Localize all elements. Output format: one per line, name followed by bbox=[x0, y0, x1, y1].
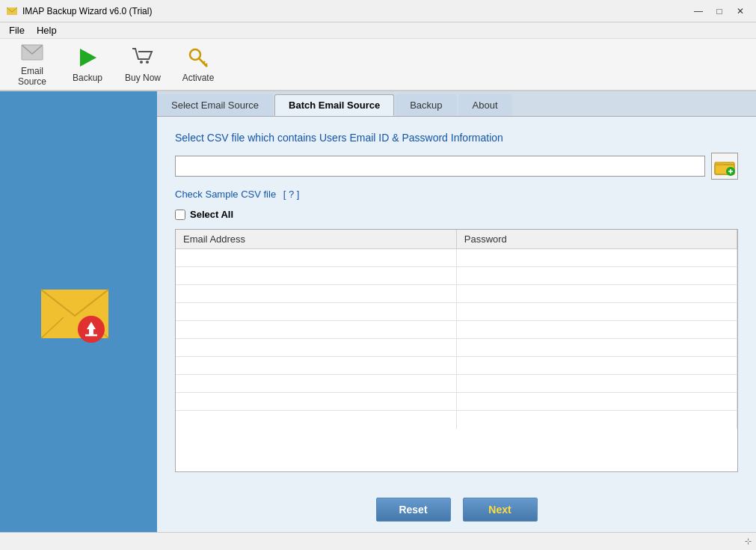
help-link[interactable]: [ ? ] bbox=[283, 189, 300, 200]
file-input-row bbox=[175, 153, 738, 180]
toolbar-buy-now-label: Buy Now bbox=[125, 73, 161, 83]
toolbar-email-source-label: Email Source bbox=[9, 66, 55, 87]
cell-password bbox=[456, 303, 737, 321]
cell-password bbox=[456, 249, 737, 267]
cell-email bbox=[176, 375, 456, 393]
table-row bbox=[176, 321, 737, 339]
footer-area: Reset Next bbox=[157, 487, 756, 532]
cell-password bbox=[456, 321, 737, 339]
menu-file[interactable]: File bbox=[3, 23, 31, 37]
menu-help[interactable]: Help bbox=[31, 23, 63, 37]
table-row bbox=[176, 357, 737, 375]
svg-point-6 bbox=[190, 49, 200, 60]
cell-email bbox=[176, 267, 456, 285]
table-row bbox=[176, 267, 737, 285]
cell-email bbox=[176, 357, 456, 375]
main-container: Select Email Source Batch Email Source B… bbox=[0, 91, 756, 532]
toolbar-backup-button[interactable]: Backup bbox=[61, 42, 114, 87]
folder-add-icon bbox=[714, 156, 735, 176]
col-password: Password bbox=[456, 230, 737, 249]
toolbar-activate-button[interactable]: Activate bbox=[172, 42, 224, 87]
tab-batch-email-source[interactable]: Batch Email Source bbox=[274, 94, 394, 116]
csv-file-input[interactable] bbox=[175, 156, 705, 177]
cell-email bbox=[176, 339, 456, 357]
cell-password bbox=[456, 393, 737, 411]
table-row bbox=[176, 249, 737, 267]
table-row bbox=[176, 375, 737, 393]
toolbar-backup-label: Backup bbox=[73, 73, 102, 83]
table-row bbox=[176, 411, 737, 429]
svg-point-5 bbox=[146, 61, 149, 64]
close-button[interactable]: ✕ bbox=[731, 4, 750, 19]
cell-password bbox=[456, 285, 737, 303]
table-row bbox=[176, 339, 737, 357]
table-row bbox=[176, 393, 737, 411]
data-table: Email Address Password bbox=[175, 229, 738, 472]
toolbar-email-source-button[interactable]: Email Source bbox=[6, 42, 58, 87]
maximize-button[interactable]: □ bbox=[710, 4, 729, 19]
window-title: IMAP Backup Wizard v6.0 (Trial) bbox=[22, 6, 152, 16]
tab-about[interactable]: About bbox=[458, 94, 512, 116]
toolbar-buy-now-button[interactable]: Buy Now bbox=[117, 42, 169, 87]
sample-link-row: Check Sample CSV file [ ? ] bbox=[175, 189, 738, 200]
cell-email bbox=[176, 303, 456, 321]
tab-bar: Select Email Source Batch Email Source B… bbox=[157, 91, 756, 117]
cell-password bbox=[456, 339, 737, 357]
backup-play-icon bbox=[76, 46, 99, 70]
cell-email bbox=[176, 393, 456, 411]
cell-password bbox=[456, 357, 737, 375]
window-controls: — □ ✕ bbox=[689, 4, 750, 19]
toolbar: Email Source Backup Buy Now bbox=[0, 39, 756, 91]
status-bar: ⊹ bbox=[0, 532, 756, 550]
toolbar-activate-label: Activate bbox=[182, 73, 215, 83]
cart-icon bbox=[131, 46, 155, 70]
section-title: Select CSV file which contains Users Ema… bbox=[175, 132, 738, 144]
table-row bbox=[176, 285, 737, 303]
cell-password bbox=[456, 267, 737, 285]
title-bar: IMAP Backup Wizard v6.0 (Trial) — □ ✕ bbox=[0, 0, 756, 22]
cell-email bbox=[176, 411, 456, 429]
cell-password bbox=[456, 411, 737, 429]
cell-password bbox=[456, 375, 737, 393]
content-panel: Select CSV file which contains Users Ema… bbox=[157, 117, 756, 487]
tab-select-email-source[interactable]: Select Email Source bbox=[157, 94, 273, 116]
cell-email bbox=[176, 321, 456, 339]
menu-bar: File Help bbox=[0, 22, 756, 39]
resize-grip: ⊹ bbox=[745, 537, 752, 546]
next-button[interactable]: Next bbox=[463, 498, 538, 522]
email-source-icon bbox=[20, 42, 44, 63]
select-all-checkbox[interactable] bbox=[175, 210, 185, 220]
sample-csv-link[interactable]: Check Sample CSV file bbox=[175, 189, 276, 200]
browse-button[interactable] bbox=[711, 153, 738, 180]
app-icon bbox=[6, 5, 18, 17]
cell-email bbox=[176, 249, 456, 267]
content-area: Select Email Source Batch Email Source B… bbox=[157, 91, 756, 532]
svg-marker-3 bbox=[80, 49, 96, 67]
reset-button[interactable]: Reset bbox=[376, 498, 451, 522]
sidebar bbox=[0, 91, 157, 532]
table-row bbox=[176, 303, 737, 321]
svg-point-4 bbox=[140, 61, 143, 64]
col-email-address: Email Address bbox=[176, 230, 456, 249]
cell-email bbox=[176, 285, 456, 303]
sidebar-envelope-icon bbox=[37, 278, 120, 346]
select-all-label: Select All bbox=[190, 209, 233, 220]
select-all-row: Select All bbox=[175, 209, 738, 220]
key-icon bbox=[186, 46, 210, 70]
minimize-button[interactable]: — bbox=[689, 4, 708, 19]
tab-backup[interactable]: Backup bbox=[396, 94, 456, 116]
